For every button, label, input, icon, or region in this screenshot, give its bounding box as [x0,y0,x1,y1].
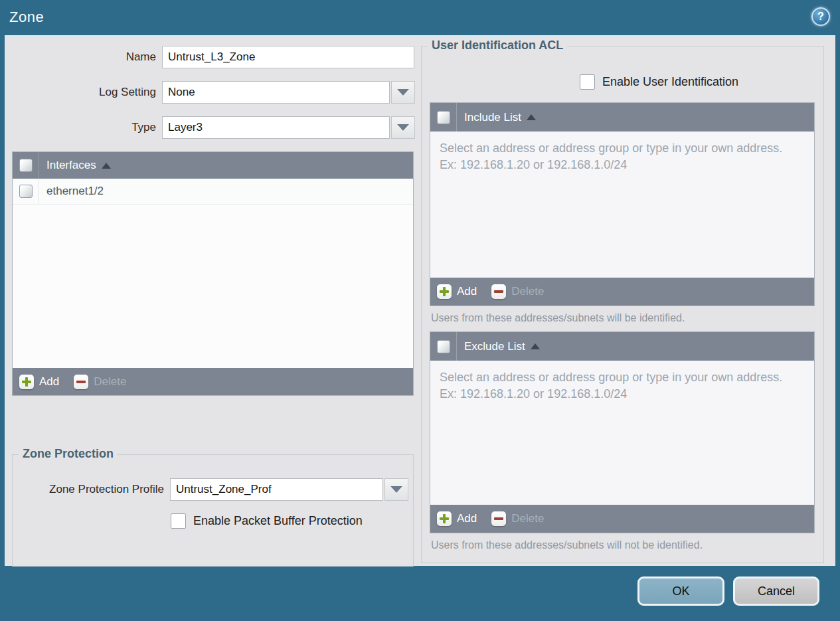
log-setting-row: Log Setting [5,81,416,104]
chevron-down-icon [397,124,409,131]
add-button-label: Add [39,375,59,389]
add-button[interactable]: Add [19,375,59,389]
dialog-body: Name Log Setting Type [5,35,835,566]
plus-icon [437,511,452,526]
ok-button[interactable]: OK [637,577,724,606]
name-row: Name [5,46,416,68]
include-list-table: Include List Select an address or addres… [430,102,815,306]
table-row[interactable]: ethernet1/2 [13,179,413,205]
interfaces-table-header: Interfaces [13,152,413,179]
sort-ascending-icon [102,163,111,169]
delete-button-label: Delete [511,285,544,298]
exclude-select-all-checkbox[interactable] [437,340,450,353]
include-list-body: Select an address or address group or ty… [430,132,814,278]
include-list-toolbar: Add Delete [430,278,814,306]
plus-icon [437,284,452,299]
include-list-column-header[interactable]: Include List [464,111,536,124]
add-button-label: Add [457,285,477,298]
name-input[interactable] [162,46,414,68]
chevron-down-icon [397,89,409,96]
name-label: Name [5,50,162,64]
delete-button-label: Delete [511,512,544,525]
include-list-header: Include List [430,103,814,132]
type-dropdown-button[interactable] [391,116,415,139]
sort-ascending-icon [531,343,540,349]
row-checkbox[interactable] [19,185,33,198]
interfaces-table-body: ethernet1/2 [13,179,413,368]
left-column: Name Log Setting Type [5,37,416,567]
exclude-list-column-header-label: Exclude List [464,340,525,353]
minus-icon [491,511,506,526]
chevron-down-icon [390,486,402,493]
cancel-button[interactable]: Cancel [733,577,819,606]
add-button-label: Add [457,512,477,525]
page-title: Zone [9,9,44,26]
interfaces-table: Interfaces ethernet1/2 Add [12,151,414,396]
row-checkbox-cell [13,179,39,204]
delete-button[interactable]: Delete [491,284,544,299]
interface-name: ethernet1/2 [46,185,104,198]
log-setting-input[interactable] [162,81,390,104]
zone-protection-profile-label: Zone Protection Profile [13,483,170,496]
include-list-column-header-label: Include List [464,111,521,124]
ok-button-label: OK [672,584,689,598]
add-button[interactable]: Add [437,511,477,526]
zone-protection-profile-dropdown-button[interactable] [384,478,408,501]
interfaces-select-all-cell [13,152,39,179]
type-input[interactable] [162,116,390,139]
user-identification-acl-section: User Identification ACL Enable User Iden… [421,46,824,563]
interfaces-select-all-checkbox[interactable] [19,159,33,172]
user-identification-acl-legend: User Identification ACL [428,39,567,52]
log-setting-dropdown-button[interactable] [391,81,415,104]
type-label: Type [5,121,162,134]
plus-icon [19,375,34,389]
enable-user-identification-checkbox[interactable] [580,74,595,90]
zone-protection-legend: Zone Protection [19,447,118,461]
add-button[interactable]: Add [437,284,477,299]
packet-buffer-row: Enable Packet Buffer Protection [171,513,413,529]
help-icon[interactable]: ? [811,7,830,26]
help-glyph: ? [817,11,824,23]
delete-button[interactable]: Delete [491,511,544,526]
include-select-all-cell [430,103,457,132]
log-setting-label: Log Setting [5,86,162,99]
exclude-list-column-header[interactable]: Exclude List [464,340,540,353]
include-list-placeholder: Select an address or address group or ty… [430,132,805,173]
exclude-list-body: Select an address or address group or ty… [430,361,814,505]
exclude-list-table: Exclude List Select an address or addres… [430,331,815,533]
interfaces-column-header[interactable]: Interfaces [46,159,111,172]
delete-button[interactable]: Delete [74,375,126,389]
interfaces-column-header-label: Interfaces [46,159,96,172]
exclude-select-all-cell [430,332,457,361]
zone-protection-profile-row: Zone Protection Profile [13,478,413,501]
cancel-button-label: Cancel [758,584,795,598]
exclude-list-header: Exclude List [430,332,814,361]
interfaces-table-toolbar: Add Delete [13,368,413,395]
minus-icon [491,284,506,299]
enable-user-identification-label: Enable User Identification [602,75,738,89]
delete-button-label: Delete [94,375,126,389]
exclude-list-caption: Users from these addresses/subnets will … [431,539,823,552]
type-row: Type [5,116,416,139]
exclude-list-toolbar: Add Delete [430,505,814,533]
packet-buffer-checkbox[interactable] [171,513,186,529]
enable-user-identification-row: Enable User Identification [580,74,823,90]
zone-dialog: Zone ? Name Log Setting Type [0,0,840,621]
zone-protection-profile-input[interactable] [170,478,383,501]
include-list-caption: Users from these addresses/subnets will … [431,311,823,325]
zone-protection-section: Zone Protection Zone Protection Profile … [12,454,414,567]
exclude-list-placeholder: Select an address or address group or ty… [430,361,805,402]
packet-buffer-label: Enable Packet Buffer Protection [193,514,363,528]
dialog-titlebar: Zone ? [0,0,840,35]
include-select-all-checkbox[interactable] [437,111,450,124]
minus-icon [74,375,88,389]
sort-ascending-icon [527,114,536,120]
